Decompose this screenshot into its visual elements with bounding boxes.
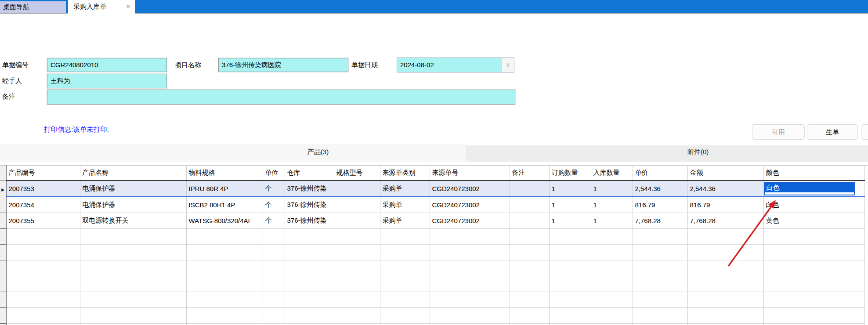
col-header[interactable]: 单价 — [633, 166, 687, 181]
cell[interactable] — [591, 245, 633, 260]
cell[interactable] — [80, 276, 186, 292]
cell[interactable] — [285, 229, 334, 245]
color-cell[interactable]: 白色 — [763, 197, 864, 213]
remark-field[interactable] — [47, 90, 515, 105]
cell[interactable] — [549, 245, 591, 260]
cell[interactable] — [263, 245, 285, 260]
cell[interactable] — [510, 276, 549, 292]
cell[interactable]: CGD240723002 — [430, 197, 510, 213]
cell[interactable] — [549, 292, 591, 308]
cell[interactable]: 2007354 — [6, 197, 80, 213]
cell[interactable] — [687, 276, 763, 292]
chevron-down-icon[interactable]: ∨ — [502, 58, 514, 72]
cell[interactable]: 2007353 — [6, 181, 80, 197]
cell[interactable]: 1 — [549, 197, 591, 213]
cell[interactable]: 7,768.28 — [687, 213, 763, 229]
cell[interactable] — [285, 260, 334, 276]
cell[interactable] — [763, 245, 864, 260]
cell[interactable]: 2,544.36 — [633, 181, 687, 197]
cell[interactable]: 1 — [591, 197, 633, 213]
cell[interactable] — [549, 260, 591, 276]
handler-field[interactable]: 王科为 — [47, 74, 167, 88]
cell[interactable] — [80, 245, 186, 260]
cell[interactable] — [80, 292, 186, 308]
cell[interactable] — [80, 324, 186, 325]
reference-button[interactable]: 引用 — [752, 124, 805, 140]
cell[interactable]: 采购单 — [380, 197, 430, 213]
cell[interactable] — [263, 260, 285, 276]
cell[interactable] — [6, 324, 80, 325]
empty-table-row[interactable] — [0, 276, 868, 292]
cell[interactable] — [510, 260, 549, 276]
col-header[interactable]: 来源单类别 — [380, 166, 430, 181]
cell[interactable] — [549, 324, 591, 325]
cell[interactable] — [510, 229, 549, 245]
cell[interactable]: CGD240723002 — [430, 213, 510, 229]
cell[interactable] — [430, 292, 510, 308]
cell[interactable] — [6, 229, 80, 245]
cell[interactable] — [549, 276, 591, 292]
cell[interactable]: 电涌保护器 — [80, 197, 186, 213]
cell[interactable] — [633, 324, 687, 325]
cell[interactable] — [430, 245, 510, 260]
col-header[interactable]: 订购数量 — [549, 166, 591, 181]
cell[interactable] — [334, 324, 380, 325]
col-header[interactable]: 颜色 — [763, 166, 864, 181]
cell[interactable] — [80, 260, 186, 276]
col-header[interactable]: 备注 — [510, 166, 549, 181]
cell[interactable] — [380, 276, 430, 292]
cell[interactable]: IPRU 80R 4P — [186, 181, 263, 197]
cell[interactable]: 个 — [263, 197, 285, 213]
cell[interactable] — [430, 324, 510, 325]
cell[interactable]: 个 — [263, 213, 285, 229]
cell[interactable]: 376-徐州传染 — [285, 213, 334, 229]
cell[interactable] — [334, 245, 380, 260]
col-header[interactable]: 来源单号 — [430, 166, 510, 181]
cell[interactable] — [687, 292, 763, 308]
cell[interactable] — [763, 308, 864, 324]
cell[interactable] — [591, 260, 633, 276]
cell[interactable] — [186, 324, 263, 325]
cell[interactable]: 1 — [591, 213, 633, 229]
cell[interactable] — [334, 229, 380, 245]
cell[interactable] — [687, 308, 763, 324]
empty-table-row[interactable] — [0, 324, 868, 325]
cell[interactable] — [687, 245, 763, 260]
cell[interactable]: 816.79 — [687, 197, 763, 213]
empty-table-row[interactable] — [0, 292, 868, 308]
generate-button[interactable]: 生单 — [807, 124, 858, 140]
cell[interactable]: 双电源转换开关 — [80, 213, 186, 229]
empty-table-row[interactable] — [0, 229, 868, 245]
cell[interactable] — [334, 292, 380, 308]
cell[interactable] — [263, 229, 285, 245]
cell[interactable] — [334, 260, 380, 276]
cell[interactable] — [430, 260, 510, 276]
cell[interactable] — [334, 308, 380, 324]
cell[interactable] — [285, 245, 334, 260]
doc-number-field[interactable]: CGR240802010 — [47, 58, 167, 72]
cell[interactable] — [430, 308, 510, 324]
partial-clipped-button[interactable] — [861, 124, 868, 140]
col-header[interactable]: 金额 — [687, 166, 763, 181]
cell[interactable] — [285, 324, 334, 325]
cell[interactable] — [633, 292, 687, 308]
cell[interactable] — [763, 260, 864, 276]
tab-attachments[interactable] — [466, 145, 868, 162]
cell[interactable] — [380, 324, 430, 325]
color-cell[interactable]: 黄色 — [763, 213, 864, 229]
cell[interactable] — [6, 308, 80, 324]
col-header[interactable]: 单位 — [263, 166, 285, 181]
empty-table-row[interactable] — [0, 308, 868, 324]
cell[interactable] — [263, 324, 285, 325]
cell[interactable] — [186, 292, 263, 308]
cell[interactable]: CGD240723002 — [430, 181, 510, 197]
col-header[interactable]: 入库数量 — [591, 166, 633, 181]
cell[interactable] — [591, 292, 633, 308]
cell[interactable] — [510, 324, 549, 325]
cell[interactable]: WATSG-800/320/4AI — [186, 213, 263, 229]
cell[interactable]: 7,768.28 — [633, 213, 687, 229]
col-header[interactable]: 物料规格 — [186, 166, 263, 181]
cell[interactable] — [763, 229, 864, 245]
col-header[interactable]: 规格型号 — [334, 166, 380, 181]
cell[interactable] — [380, 292, 430, 308]
